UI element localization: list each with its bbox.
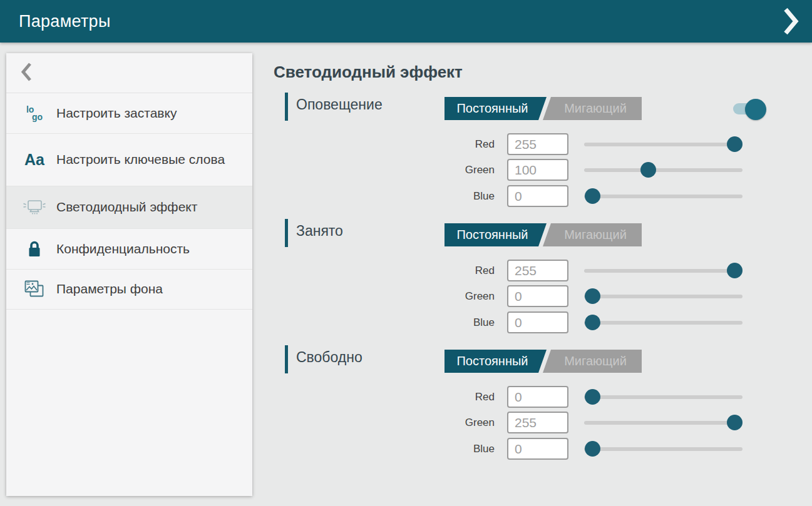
sidebar-item-keywords[interactable]: Aa Настроить ключевые слова bbox=[6, 134, 252, 186]
channel-slider[interactable] bbox=[584, 386, 743, 408]
slider-thumb[interactable] bbox=[640, 162, 656, 178]
led-sections: Оповещение Постоянный Мигающий Red Green… bbox=[274, 93, 774, 472]
mode-toggle: Постоянный Мигающий bbox=[445, 97, 642, 120]
channel-label: Blue bbox=[274, 438, 495, 460]
enable-switch[interactable] bbox=[728, 98, 772, 123]
channel-slider[interactable] bbox=[584, 438, 743, 460]
slider-track bbox=[584, 195, 743, 198]
section-title: Свободно bbox=[296, 349, 362, 366]
app-bar: Параметры bbox=[0, 0, 812, 43]
mode-option-constant[interactable]: Постоянный bbox=[445, 97, 547, 120]
page-title: Параметры bbox=[19, 12, 111, 31]
led-section-busy: Занято Постоянный Мигающий Red Green Blu… bbox=[274, 219, 774, 333]
section-accent-bar bbox=[285, 219, 288, 247]
logo-icon: logo bbox=[21, 106, 48, 121]
channel-slider[interactable] bbox=[584, 311, 743, 333]
mode-option-constant[interactable]: Постоянный bbox=[445, 350, 547, 373]
led-section-notification: Оповещение Постоянный Мигающий Red Green… bbox=[274, 93, 774, 207]
sidebar-item-label: Настроить заставку bbox=[56, 105, 232, 121]
channel-row-red: Red bbox=[274, 133, 749, 155]
channel-label: Red bbox=[274, 260, 495, 281]
mode-option-blinking[interactable]: Мигающий bbox=[543, 223, 642, 246]
section-accent-bar bbox=[285, 345, 288, 373]
sidebar-item-background[interactable]: Параметры фона bbox=[6, 270, 252, 310]
channel-row-red: Red bbox=[274, 386, 749, 408]
channel-slider[interactable] bbox=[584, 185, 743, 207]
sidebar-item-label: Светодиодный эффект bbox=[56, 199, 232, 215]
slider-track bbox=[584, 269, 743, 273]
mode-option-constant[interactable]: Постоянный bbox=[445, 223, 547, 246]
slider-thumb[interactable] bbox=[727, 415, 743, 430]
channel-value-input[interactable] bbox=[507, 285, 568, 307]
channel-row-blue: Blue bbox=[274, 438, 749, 460]
channel-label: Green bbox=[274, 159, 495, 181]
channel-row-blue: Blue bbox=[274, 185, 749, 207]
channel-slider[interactable] bbox=[584, 412, 743, 433]
channel-slider[interactable] bbox=[584, 260, 743, 281]
sidebar-item-led-effect[interactable]: Светодиодный эффект bbox=[6, 186, 252, 229]
sidebar-items: logo Настроить заставку Aa Настроить клю… bbox=[6, 93, 252, 310]
chevron-right-icon[interactable] bbox=[782, 8, 799, 35]
slider-track bbox=[584, 447, 743, 451]
slider-track bbox=[584, 168, 743, 172]
channel-row-green: Green bbox=[274, 159, 749, 181]
mode-toggle: Постоянный Мигающий bbox=[445, 223, 642, 246]
content-title: Светодиодный эффект bbox=[274, 63, 463, 82]
channel-value-input[interactable] bbox=[507, 412, 568, 433]
slider-thumb[interactable] bbox=[585, 441, 600, 457]
channel-value-input[interactable] bbox=[507, 133, 568, 155]
channel-row-green: Green bbox=[274, 285, 749, 307]
channel-value-input[interactable] bbox=[507, 386, 568, 408]
led-display-icon bbox=[21, 198, 48, 217]
channel-slider[interactable] bbox=[584, 159, 743, 181]
mode-toggle: Постоянный Мигающий bbox=[445, 350, 642, 373]
channel-label: Red bbox=[274, 386, 495, 408]
lock-icon bbox=[21, 240, 48, 258]
section-title: Оповещение bbox=[296, 96, 383, 113]
sidebar-item-label: Параметры фона bbox=[56, 281, 232, 297]
slider-thumb[interactable] bbox=[585, 288, 600, 304]
chevron-left-icon bbox=[21, 63, 32, 84]
slider-thumb[interactable] bbox=[727, 263, 743, 278]
slider-track bbox=[584, 295, 743, 298]
channel-value-input[interactable] bbox=[507, 311, 568, 333]
sidebar-item-label: Настроить ключевые слова bbox=[56, 151, 232, 168]
sidebar-item-label: Конфиденциальность bbox=[56, 241, 232, 257]
switch-thumb bbox=[745, 99, 766, 120]
channel-value-input[interactable] bbox=[507, 260, 568, 281]
sidebar-item-privacy[interactable]: Конфиденциальность bbox=[6, 229, 252, 270]
channel-value-input[interactable] bbox=[507, 185, 568, 207]
slider-track bbox=[584, 395, 743, 399]
channel-row-blue: Blue bbox=[274, 311, 749, 333]
slider-track bbox=[584, 321, 743, 325]
channel-row-red: Red bbox=[274, 260, 749, 281]
channel-label: Green bbox=[274, 412, 495, 433]
slider-thumb[interactable] bbox=[585, 188, 600, 204]
channel-label: Blue bbox=[274, 185, 495, 207]
channel-slider[interactable] bbox=[584, 285, 743, 307]
channel-label: Blue bbox=[274, 311, 495, 333]
slider-track bbox=[584, 143, 743, 146]
channel-value-input[interactable] bbox=[507, 159, 568, 181]
channel-row-green: Green bbox=[274, 412, 749, 433]
channel-value-input[interactable] bbox=[507, 438, 568, 460]
slider-thumb[interactable] bbox=[585, 389, 600, 405]
slider-thumb[interactable] bbox=[585, 315, 600, 330]
keywords-icon: Aa bbox=[21, 151, 48, 169]
section-accent-bar bbox=[285, 93, 288, 121]
channel-slider[interactable] bbox=[584, 133, 743, 155]
sidebar-item-screensaver[interactable]: logo Настроить заставку bbox=[6, 93, 252, 134]
mode-option-blinking[interactable]: Мигающий bbox=[543, 97, 642, 120]
slider-track bbox=[584, 421, 743, 425]
section-title: Занято bbox=[296, 223, 343, 240]
channel-label: Red bbox=[274, 133, 495, 155]
sidebar: logo Настроить заставку Aa Настроить клю… bbox=[6, 53, 252, 496]
sidebar-collapse-button[interactable] bbox=[6, 53, 252, 93]
channel-label: Green bbox=[274, 285, 495, 307]
mode-option-blinking[interactable]: Мигающий bbox=[543, 350, 642, 373]
led-section-free: Свободно Постоянный Мигающий Red Green B… bbox=[274, 345, 774, 460]
slider-thumb[interactable] bbox=[727, 136, 743, 152]
background-image-icon bbox=[21, 279, 48, 300]
